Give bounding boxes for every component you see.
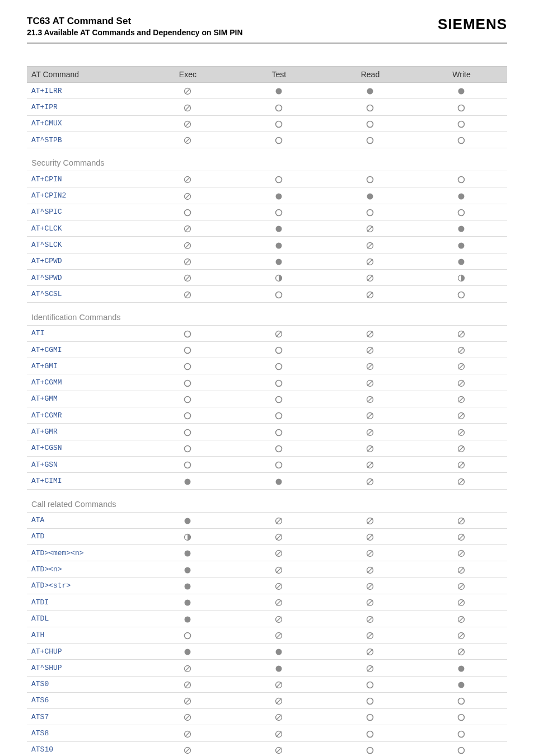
nopin-symbol-icon	[184, 411, 191, 420]
svg-point-39	[458, 226, 465, 232]
svg-point-28	[367, 193, 373, 199]
table-row: AT+CPIN2	[27, 187, 507, 204]
svg-point-22	[276, 177, 282, 183]
command-cell[interactable]: AT+CGSN	[27, 440, 142, 456]
command-cell[interactable]: AT+CIMI	[27, 473, 142, 489]
command-cell[interactable]: AT+CMUX	[27, 115, 142, 132]
read-cell	[325, 269, 416, 285]
command-cell[interactable]: ATS6	[27, 692, 142, 708]
read-cell	[325, 676, 416, 692]
read-cell	[325, 528, 416, 544]
test-cell	[233, 456, 325, 472]
na-symbol-icon	[366, 614, 374, 623]
read-cell	[325, 253, 416, 269]
svg-line-171	[368, 617, 373, 622]
exec-cell	[142, 286, 233, 302]
nopin-symbol-icon	[184, 208, 191, 217]
na-symbol-icon	[457, 548, 465, 557]
svg-point-19	[458, 138, 465, 144]
read-cell	[325, 709, 416, 725]
command-cell[interactable]: AT+CGMR	[27, 407, 142, 424]
command-cell[interactable]: ATS10	[27, 741, 142, 756]
table-row: AT+CGMR	[27, 407, 507, 424]
command-cell[interactable]: AT+GMM	[27, 391, 142, 407]
command-cell[interactable]: AT+GMI	[27, 358, 142, 374]
command-cell[interactable]: AT^SPIC	[27, 204, 142, 220]
command-cell[interactable]: AT+ILRR	[27, 83, 142, 99]
write-cell	[416, 407, 507, 424]
command-cell[interactable]: ATI	[27, 325, 142, 341]
command-cell[interactable]: ATD><str>	[27, 577, 142, 594]
command-cell[interactable]: ATDL	[27, 611, 142, 627]
na-symbol-icon	[457, 345, 465, 354]
exec-cell	[142, 528, 233, 544]
write-cell	[416, 741, 507, 756]
na-symbol-icon	[366, 516, 374, 525]
table-row: ATS10	[27, 741, 507, 756]
read-cell	[325, 171, 416, 187]
command-cell[interactable]: AT^SHUP	[27, 660, 142, 676]
write-cell	[416, 627, 507, 643]
command-cell[interactable]: AT^SCSL	[27, 286, 142, 302]
read-cell	[325, 358, 416, 374]
req-symbol-icon	[184, 581, 191, 590]
command-cell[interactable]: AT+CPIN	[27, 171, 142, 187]
nopin-symbol-icon	[275, 411, 283, 420]
command-cell[interactable]: AT+GSN	[27, 456, 142, 472]
exec-cell	[142, 237, 233, 253]
command-cell[interactable]: ATA	[27, 512, 142, 528]
command-cell[interactable]: AT+GMR	[27, 424, 142, 440]
svg-line-218	[185, 748, 190, 753]
exec-cell	[142, 99, 233, 115]
svg-line-76	[459, 348, 464, 353]
command-cell[interactable]: AT+CPIN2	[27, 187, 142, 204]
svg-point-42	[276, 242, 282, 248]
write-cell	[416, 643, 507, 659]
svg-line-86	[368, 381, 373, 386]
nopin-symbol-icon	[366, 119, 374, 128]
command-cell[interactable]: ATS8	[27, 725, 142, 741]
command-cell[interactable]: AT+CHUP	[27, 643, 142, 659]
command-cell[interactable]: AT^SPWD	[27, 269, 142, 285]
command-cell[interactable]: AT^STPB	[27, 132, 142, 148]
req-symbol-icon	[275, 191, 283, 200]
command-cell[interactable]: AT+IPR	[27, 99, 142, 115]
command-cell[interactable]: AT+CGMI	[27, 341, 142, 358]
na-symbol-icon	[184, 224, 191, 233]
read-cell	[325, 237, 416, 253]
command-cell[interactable]: ATD><n>	[27, 561, 142, 577]
req-symbol-icon	[275, 257, 283, 266]
nopin-symbol-icon	[275, 135, 283, 144]
command-cell[interactable]: ATS7	[27, 709, 142, 725]
table-row: AT^SPIC	[27, 204, 507, 220]
read-cell	[325, 627, 416, 643]
svg-line-194	[185, 682, 190, 687]
svg-point-63	[458, 292, 465, 298]
svg-point-24	[458, 177, 465, 183]
na-symbol-icon	[457, 427, 465, 436]
write-cell	[416, 269, 507, 285]
svg-point-189	[276, 665, 282, 672]
command-cell[interactable]: ATDI	[27, 594, 142, 611]
table-row: AT+GMM	[27, 391, 507, 407]
nopin-symbol-icon	[275, 102, 283, 111]
command-cell[interactable]: AT+CLCK	[27, 220, 142, 237]
test-cell	[233, 171, 325, 187]
write-cell	[416, 325, 507, 341]
svg-line-74	[368, 348, 373, 353]
na-symbol-icon	[366, 224, 374, 233]
read-cell	[325, 341, 416, 358]
command-cell[interactable]: AT+CPWD	[27, 253, 142, 269]
req-symbol-icon	[275, 663, 283, 672]
command-cell[interactable]: ATD	[27, 528, 142, 544]
test-cell	[233, 709, 325, 725]
command-cell[interactable]: ATH	[27, 627, 142, 643]
svg-point-192	[458, 665, 465, 672]
nopin-symbol-icon	[457, 102, 465, 111]
nopin-symbol-icon	[275, 460, 283, 469]
command-cell[interactable]: AT+CGMM	[27, 374, 142, 391]
command-cell[interactable]: ATS0	[27, 676, 142, 692]
command-cell[interactable]: AT^SLCK	[27, 237, 142, 253]
command-cell[interactable]: ATD><mem><n>	[27, 545, 142, 561]
nopin-symbol-icon	[366, 745, 374, 754]
